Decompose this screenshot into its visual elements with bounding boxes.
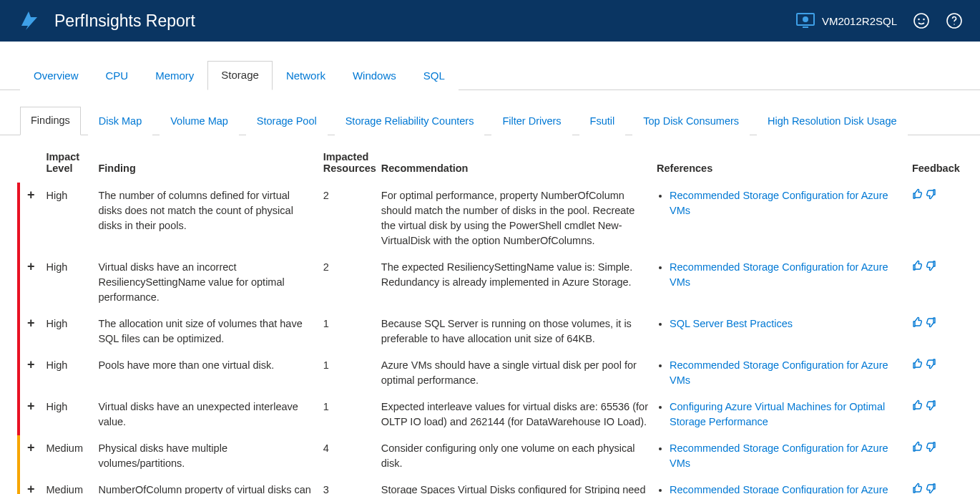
thumbs-down-icon[interactable]: [925, 441, 936, 452]
cell-feedback: [908, 311, 963, 352]
cell-resources: 4: [319, 435, 377, 477]
tab-storage[interactable]: Storage: [207, 61, 273, 90]
tab-overview[interactable]: Overview: [20, 62, 92, 90]
tab-cpu[interactable]: CPU: [92, 62, 142, 90]
expand-icon[interactable]: +: [19, 352, 41, 394]
reference-link[interactable]: Recommended Storage Configuration for Az…: [670, 359, 888, 386]
svg-point-4: [918, 19, 919, 20]
thumbs-up-icon[interactable]: [912, 483, 923, 494]
reference-link[interactable]: SQL Server Best Practices: [670, 318, 793, 329]
reference-link[interactable]: Recommended Storage Configuration for Az…: [670, 442, 888, 469]
vm-name: VM2012R2SQL: [822, 15, 897, 27]
cell-finding: Virtual disks have an unexpected interle…: [94, 394, 318, 435]
cell-references: Recommended Storage Configuration for Az…: [652, 477, 908, 494]
cell-impact: Medium: [41, 477, 94, 494]
main-tabs: OverviewCPUMemoryStorageNetworkWindowsSQ…: [0, 60, 980, 90]
expand-icon[interactable]: +: [19, 477, 41, 494]
cell-recommendation: The expected ResiliencySettingName value…: [377, 254, 652, 311]
thumbs-down-icon[interactable]: [925, 260, 936, 271]
expand-icon[interactable]: +: [19, 394, 41, 435]
table-row: +MediumNumberOfColumn property of virtua…: [19, 477, 963, 494]
help-icon[interactable]: [946, 12, 963, 29]
subtab-findings[interactable]: Findings: [20, 107, 81, 135]
cell-finding: The number of columns defined for virtua…: [94, 183, 318, 254]
thumbs-down-icon[interactable]: [925, 358, 936, 369]
tab-sql[interactable]: SQL: [410, 62, 459, 90]
expand-icon[interactable]: +: [19, 254, 41, 311]
col-recommend: Recommendation: [377, 145, 652, 183]
reference-link[interactable]: Recommended Storage Configuration for Az…: [670, 261, 888, 288]
expand-icon[interactable]: +: [19, 183, 41, 254]
expand-icon[interactable]: +: [19, 435, 41, 477]
subtab-fsutil[interactable]: Fsutil: [579, 107, 626, 135]
thumbs-up-icon[interactable]: [912, 358, 923, 369]
cell-recommendation: Storage Spaces Virtual Disks configured …: [377, 477, 652, 494]
cell-finding: Physical disks have multiple volumes/par…: [94, 435, 318, 477]
table-row: +HighThe number of columns defined for v…: [19, 183, 963, 254]
tab-windows[interactable]: Windows: [339, 62, 410, 90]
thumbs-up-icon[interactable]: [912, 441, 923, 452]
thumbs-up-icon[interactable]: [912, 399, 923, 411]
header-right: VM2012R2SQL: [796, 12, 963, 29]
cell-feedback: [908, 254, 963, 311]
cell-feedback: [908, 435, 963, 477]
app-header: PerfInsights Report VM2012R2SQL: [0, 0, 980, 42]
subtab-volume-map[interactable]: Volume Map: [160, 107, 239, 135]
findings-table: Impact Level Finding Impacted Resources …: [17, 145, 963, 494]
cell-resources: 3: [319, 477, 377, 494]
tab-network[interactable]: Network: [273, 62, 339, 90]
cell-resources: 1: [319, 394, 377, 435]
col-finding: Finding: [94, 145, 318, 183]
cell-impact: High: [41, 352, 94, 394]
svg-point-2: [803, 16, 808, 22]
reference-link[interactable]: Recommended Storage Configuration for Az…: [670, 190, 888, 216]
reference-link[interactable]: Configuring Azure Virtual Machines for O…: [670, 401, 885, 427]
cell-finding: Virtual disks have an incorrect Resilien…: [94, 254, 318, 311]
cell-impact: High: [41, 183, 94, 254]
thumbs-down-icon[interactable]: [925, 483, 936, 494]
cell-references: Recommended Storage Configuration for Az…: [652, 435, 908, 477]
table-row: +HighPools have more than one virtual di…: [19, 352, 963, 394]
vm-indicator: VM2012R2SQL: [796, 13, 897, 29]
col-expand: [19, 145, 41, 183]
reference-link[interactable]: Recommended Storage Configuration for Az…: [670, 484, 888, 494]
cell-feedback: [908, 394, 963, 435]
col-feedback: Feedback: [908, 145, 963, 183]
cell-recommendation: For optimal performance, property Number…: [377, 183, 652, 254]
cell-recommendation: Expected interleave values for virtual d…: [377, 394, 652, 435]
thumbs-up-icon[interactable]: [912, 316, 923, 328]
cell-finding: Pools have more than one virtual disk.: [94, 352, 318, 394]
monitor-icon: [796, 13, 815, 29]
thumbs-down-icon[interactable]: [925, 316, 936, 328]
sub-tabs: FindingsDisk MapVolume MapStorage PoolSt…: [0, 106, 980, 135]
cell-feedback: [908, 477, 963, 494]
tab-memory[interactable]: Memory: [142, 62, 207, 90]
cell-recommendation: Consider configuring only one volume on …: [377, 435, 652, 477]
table-row: +HighThe allocation unit size of volumes…: [19, 311, 963, 352]
subtab-top-disk-consumers[interactable]: Top Disk Consumers: [632, 107, 750, 135]
cell-resources: 1: [319, 311, 377, 352]
subtab-high-resolution-disk-usage[interactable]: High Resolution Disk Usage: [757, 107, 908, 135]
feedback-smiley-icon[interactable]: [913, 12, 930, 29]
col-resources: Impacted Resources: [319, 145, 377, 183]
cell-impact: High: [41, 254, 94, 311]
table-header-row: Impact Level Finding Impacted Resources …: [19, 145, 963, 183]
subtab-storage-pool[interactable]: Storage Pool: [246, 107, 328, 135]
thumbs-down-icon[interactable]: [925, 399, 936, 411]
cell-references: Recommended Storage Configuration for Az…: [652, 254, 908, 311]
cell-resources: 1: [319, 352, 377, 394]
subtab-storage-reliability-counters[interactable]: Storage Reliability Counters: [335, 107, 485, 135]
page-title: PerfInsights Report: [54, 11, 796, 31]
cell-references: SQL Server Best Practices: [652, 311, 908, 352]
thumbs-down-icon[interactable]: [925, 188, 936, 200]
subtab-disk-map[interactable]: Disk Map: [88, 107, 152, 135]
col-impact: Impact Level: [41, 145, 94, 183]
cell-references: Recommended Storage Configuration for Az…: [652, 352, 908, 394]
svg-point-3: [914, 14, 928, 28]
expand-icon[interactable]: +: [19, 311, 41, 352]
subtab-filter-drivers[interactable]: Filter Drivers: [491, 107, 572, 135]
cell-resources: 2: [319, 254, 377, 311]
thumbs-up-icon[interactable]: [912, 188, 923, 200]
cell-finding: The allocation unit size of volumes that…: [94, 311, 318, 352]
thumbs-up-icon[interactable]: [912, 260, 923, 271]
